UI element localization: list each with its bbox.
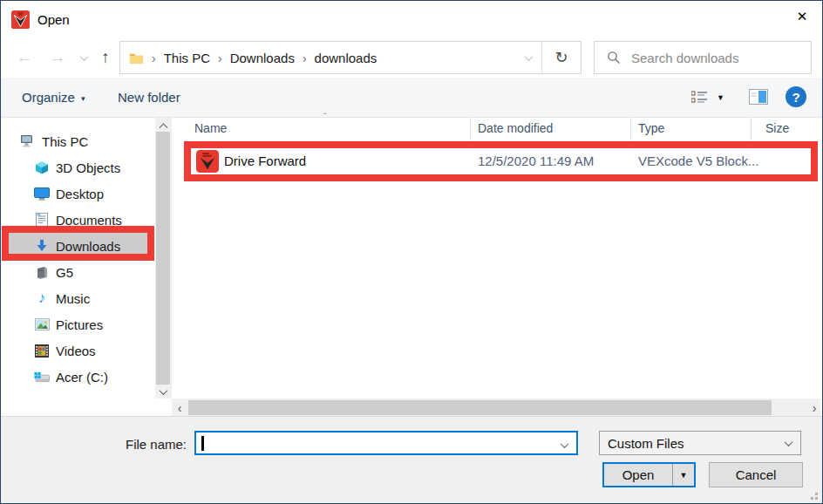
preview-pane-button[interactable] (749, 89, 768, 107)
chevron-down-icon (524, 52, 533, 61)
search-input[interactable] (631, 51, 811, 65)
file-name-label: File name: (1, 437, 187, 452)
sidebar-item-2nd-drive-d[interactable]: 2nd Drive (D:) (8, 390, 147, 398)
list-view-icon (691, 91, 708, 104)
preview-pane-icon (749, 89, 768, 105)
file-name-input[interactable] (196, 432, 576, 453)
back-button[interactable]: ← (10, 37, 39, 78)
change-view-button[interactable]: ▼ (691, 78, 724, 117)
file-name-combobox (194, 431, 578, 455)
annotation-file-row-highlight (184, 141, 818, 181)
file-type-dropdown[interactable]: Custom Files (599, 431, 801, 455)
sidebar-item-label: G5 (56, 265, 73, 280)
scroll-up-icon[interactable] (155, 118, 171, 132)
device-icon (34, 264, 50, 280)
resize-grip[interactable] (808, 490, 818, 500)
breadcrumb-separator: › (152, 51, 156, 65)
window-title: Open (37, 12, 70, 27)
back-icon: ← (17, 48, 33, 67)
sidebar-item-label: 3D Objects (56, 160, 120, 175)
sidebar-item-this-pc[interactable]: This PC (8, 128, 147, 154)
open-button[interactable]: Open (604, 464, 672, 486)
chevron-down-icon (785, 438, 793, 446)
column-divider[interactable] (630, 118, 631, 140)
scroll-left-icon[interactable]: ‹ (173, 398, 186, 417)
scroll-down-icon[interactable] (155, 385, 171, 398)
close-button[interactable]: ✕ (782, 1, 822, 32)
file-type-value: Custom Files (608, 436, 684, 451)
up-arrow-icon: ↑ (101, 48, 110, 67)
refresh-button[interactable]: ↻ (541, 42, 581, 73)
sidebar-item-videos[interactable]: Videos (8, 337, 147, 364)
open-dialog-window: Open ✕ ← → ↑ › This PC › Downloads › dow… (0, 0, 823, 504)
open-split-button[interactable]: Open ▼ (602, 462, 696, 487)
caret-down-icon: ▼ (680, 471, 688, 480)
text-cursor (201, 436, 204, 451)
help-button[interactable]: ? (786, 86, 806, 107)
film-icon (34, 343, 50, 358)
sidebar-item-label: Documents (56, 213, 122, 228)
music-note-icon: ♪ (34, 290, 50, 306)
forward-button[interactable]: → (43, 37, 72, 78)
help-icon: ? (792, 90, 799, 105)
drive-windows-icon (34, 369, 50, 385)
sidebar-item-label: Music (56, 291, 90, 306)
scrollbar-thumb[interactable] (188, 400, 772, 415)
sidebar-item-desktop[interactable]: Desktop (8, 180, 147, 207)
folder-icon (129, 51, 144, 65)
scroll-right-icon[interactable]: › (808, 398, 820, 417)
command-toolbar: Organize ▾ New folder ▼ ? (1, 78, 822, 118)
breadcrumb-this-pc[interactable]: This PC (164, 51, 210, 65)
refresh-icon: ↻ (554, 48, 568, 67)
column-header-size[interactable]: Size (765, 121, 789, 135)
organize-label: Organize (22, 90, 75, 105)
column-divider[interactable] (751, 118, 752, 140)
breadcrumb-downloads-sub[interactable]: downloads (315, 51, 377, 65)
address-bar[interactable]: › This PC › Downloads › downloads ↻ (119, 41, 582, 74)
dialog-footer: File name: Custom Files Open ▼ Cancel (1, 416, 822, 503)
monitor-icon (34, 186, 50, 201)
sidebar-item-pictures[interactable]: Pictures (8, 311, 147, 337)
search-box (594, 41, 812, 74)
forward-icon: → (50, 48, 66, 67)
search-icon (607, 51, 621, 65)
caret-down-icon: ▼ (717, 93, 724, 102)
column-header-date-modified[interactable]: Date modified (478, 121, 553, 135)
new-folder-label: New folder (118, 90, 180, 105)
picture-icon (34, 317, 50, 332)
up-button[interactable]: ↑ (92, 37, 119, 78)
sidebar-item-g5[interactable]: G5 (8, 259, 147, 285)
annotation-downloads-highlight (2, 226, 154, 261)
new-folder-button[interactable]: New folder (118, 78, 180, 117)
sidebar-scrollbar[interactable] (155, 118, 171, 398)
breadcrumb-downloads[interactable]: Downloads (230, 51, 295, 65)
scrollbar-thumb[interactable] (156, 132, 170, 385)
recent-locations-button[interactable] (74, 37, 93, 78)
sort-ascending-icon: ˆ (323, 112, 326, 122)
cancel-button-label: Cancel (736, 467, 777, 482)
open-dropdown-button[interactable]: ▼ (672, 464, 694, 486)
address-dropdown-button[interactable] (515, 42, 541, 73)
sidebar-item-label: Desktop (56, 187, 104, 201)
column-header-type[interactable]: Type (638, 121, 664, 135)
breadcrumb-separator: › (303, 51, 307, 65)
sidebar-item-music[interactable]: ♪ Music (8, 285, 147, 311)
sidebar-item-label: This PC (42, 134, 88, 149)
column-header-name[interactable]: Name (194, 121, 227, 135)
cube-icon (34, 160, 50, 175)
close-icon: ✕ (797, 9, 808, 24)
sidebar-item-acer-c[interactable]: Acer (C:) (8, 364, 147, 390)
open-button-label: Open (622, 467, 655, 482)
title-bar: Open ✕ (1, 1, 822, 37)
column-divider[interactable] (470, 118, 471, 140)
sidebar-item-3d-objects[interactable]: 3D Objects (8, 154, 147, 180)
sidebar-item-label: 2nd Drive (D:) (56, 396, 137, 399)
organize-button[interactable]: Organize ▾ (22, 78, 85, 117)
sidebar-item-label: Videos (56, 344, 96, 358)
horizontal-scrollbar[interactable]: ‹ › (172, 398, 820, 417)
cancel-button[interactable]: Cancel (709, 462, 803, 487)
sidebar-item-label: Pictures (56, 317, 103, 332)
column-headers: ˆ Name Date modified Type Size (172, 118, 822, 141)
computer-icon (20, 133, 36, 149)
navigation-bar: ← → ↑ › This PC › Downloads › downloads … (1, 37, 822, 78)
